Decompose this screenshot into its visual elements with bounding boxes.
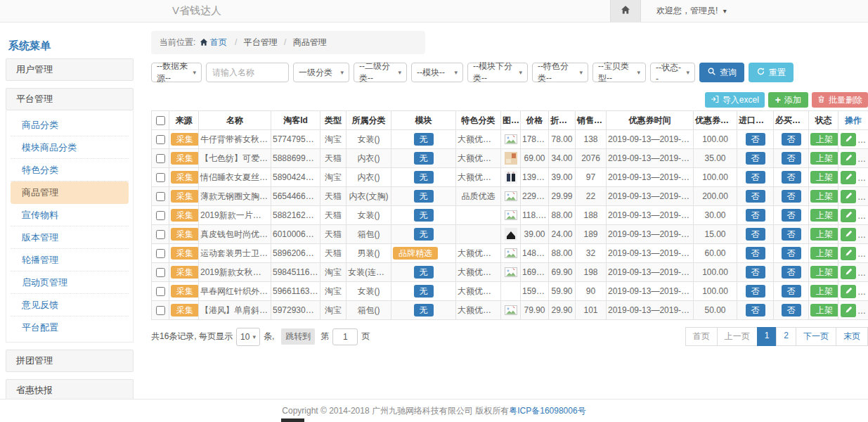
pager-1[interactable]: 1 (757, 327, 777, 346)
sidebar-item-平台管理[interactable]: 平台管理 (6, 88, 134, 110)
sidebar-subitem-启动页管理[interactable]: 启动页管理 (11, 271, 129, 294)
search-button[interactable]: 查询 (699, 63, 744, 82)
row-checkbox[interactable] (156, 306, 165, 315)
must-buy-toggle[interactable]: 否 (782, 209, 801, 222)
sidebar-subitem-意见反馈[interactable]: 意见反馈 (11, 294, 129, 316)
row-checkbox[interactable] (156, 154, 165, 163)
edit-button[interactable] (841, 285, 856, 298)
row-checkbox[interactable] (156, 135, 165, 144)
sidebar-subitem-商品分类[interactable]: 商品分类 (11, 114, 129, 136)
status-toggle[interactable]: 上架 (810, 228, 838, 241)
edit-button[interactable] (841, 133, 856, 146)
cell-source: 采集 (169, 244, 199, 263)
must-buy-toggle[interactable]: 否 (782, 228, 801, 241)
pager-末页[interactable]: 末页 (836, 327, 868, 346)
cell-feature-category: 大额优惠券 (456, 168, 501, 187)
user-menu[interactable]: 欢迎您，管理员! ▾ (641, 5, 727, 17)
select-module-subcategory[interactable]: --模块下分类--▾ (467, 63, 528, 82)
row-checkbox[interactable] (156, 192, 165, 201)
edit-button[interactable] (841, 209, 856, 222)
sidebar-subitem-特色分类[interactable]: 特色分类 (11, 159, 129, 181)
cell-operations (838, 130, 868, 149)
select-value: --模块-- (417, 67, 445, 79)
import-optimal-toggle[interactable]: 否 (746, 304, 765, 316)
edit-button[interactable] (841, 304, 856, 317)
pager-上一页[interactable]: 上一页 (717, 327, 758, 346)
status-toggle[interactable]: 上架 (810, 266, 838, 279)
edit-button[interactable] (841, 266, 856, 279)
icp-link[interactable]: 粤ICP备16098006号 (509, 405, 585, 417)
status-toggle[interactable]: 上架 (810, 171, 838, 184)
select-secondary-category[interactable]: --二级分类--▾ (354, 63, 407, 82)
page-number-input[interactable] (332, 328, 358, 345)
status-toggle[interactable]: 上架 (810, 152, 838, 165)
pager-下一页[interactable]: 下一页 (796, 327, 836, 346)
must-buy-toggle[interactable]: 否 (782, 247, 801, 260)
import-optimal-toggle[interactable]: 否 (746, 171, 765, 184)
pager-首页[interactable]: 首页 (685, 327, 718, 346)
edit-button[interactable] (841, 228, 856, 241)
sidebar-subitem-版本管理[interactable]: 版本管理 (11, 226, 129, 249)
row-checkbox[interactable] (156, 230, 165, 239)
row-checkbox[interactable] (156, 173, 165, 182)
edit-button[interactable] (841, 190, 856, 203)
row-checkbox[interactable] (156, 211, 165, 220)
status-toggle[interactable]: 上架 (810, 133, 838, 146)
edit-button[interactable] (841, 247, 856, 260)
import-optimal-toggle[interactable]: 否 (746, 228, 765, 241)
select-feature-category[interactable]: --特色分类--▾ (532, 63, 588, 82)
select-data-source[interactable]: --数据来源-- ▾ (151, 63, 202, 82)
status-toggle[interactable]: 上架 (810, 247, 838, 260)
breadcrumb-home-link[interactable]: 首页 (200, 37, 229, 47)
must-buy-toggle[interactable]: 否 (782, 266, 801, 279)
import-optimal-toggle[interactable]: 否 (746, 247, 765, 260)
must-buy-toggle[interactable]: 否 (782, 190, 801, 203)
import-optimal-toggle[interactable]: 否 (746, 266, 765, 279)
edit-button[interactable] (841, 152, 856, 165)
batch-delete-button[interactable]: 批量删除 (812, 92, 868, 108)
sidebar-item-拼团管理[interactable]: 拼团管理 (6, 350, 134, 372)
sidebar-subitem-平台配置[interactable]: 平台配置 (11, 316, 129, 338)
refresh-icon (756, 67, 765, 78)
must-buy-toggle[interactable]: 否 (782, 304, 801, 316)
per-page-select[interactable]: 10 ▾ (236, 328, 260, 346)
row-checkbox[interactable] (156, 268, 165, 277)
import-optimal-toggle[interactable]: 否 (746, 209, 765, 222)
sidebar-subitem-轮播管理[interactable]: 轮播管理 (11, 249, 129, 271)
must-buy-toggle[interactable]: 否 (782, 285, 801, 298)
import-optimal-toggle[interactable]: 否 (746, 285, 765, 298)
select-status[interactable]: --状态--▾ (650, 63, 695, 82)
sidebar-subitem-模块商品分类[interactable]: 模块商品分类 (11, 136, 129, 159)
must-buy-toggle[interactable]: 否 (782, 133, 801, 146)
sidebar-subitem-商品管理[interactable]: 商品管理 (11, 181, 129, 204)
sidebar-subitem-宣传物料[interactable]: 宣传物料 (11, 204, 129, 226)
edit-button[interactable] (841, 171, 856, 184)
status-toggle[interactable]: 上架 (810, 209, 838, 222)
must-buy-toggle[interactable]: 否 (782, 152, 801, 165)
select-all-checkbox[interactable] (156, 116, 165, 125)
cell-status: 上架 (809, 282, 838, 301)
status-toggle[interactable]: 上架 (810, 285, 838, 298)
row-checkbox[interactable] (156, 287, 165, 296)
status-toggle[interactable]: 上架 (810, 304, 838, 316)
name-search-input[interactable] (206, 63, 289, 82)
add-button[interactable]: + 添加 (768, 92, 808, 108)
import-optimal-toggle[interactable]: 否 (746, 152, 765, 165)
import-optimal-toggle[interactable]: 否 (746, 133, 765, 146)
select-item-type[interactable]: --宝贝类型--▾ (592, 63, 646, 82)
import-excel-button[interactable]: 导入excel (705, 92, 765, 108)
jump-to-button[interactable]: 跳转到 (281, 328, 315, 345)
row-checkbox[interactable] (156, 249, 165, 258)
import-optimal-toggle[interactable]: 否 (746, 190, 765, 203)
select-module[interactable]: --模块--▾ (411, 63, 463, 82)
home-button[interactable] (610, 0, 641, 22)
select-value: --数据来源-- (157, 60, 190, 84)
must-buy-toggle[interactable]: 否 (782, 171, 801, 184)
status-toggle[interactable]: 上架 (810, 190, 838, 203)
chevron-down-icon: ▾ (519, 69, 522, 76)
topbar-right-group: 欢迎您，管理员! ▾ (610, 0, 868, 22)
sidebar-item-用户管理[interactable]: 用户管理 (6, 58, 134, 81)
reset-button[interactable]: 重置 (749, 63, 793, 82)
select-primary-category[interactable]: 一级分类▾ (293, 63, 349, 82)
pager-2[interactable]: 2 (776, 327, 796, 346)
